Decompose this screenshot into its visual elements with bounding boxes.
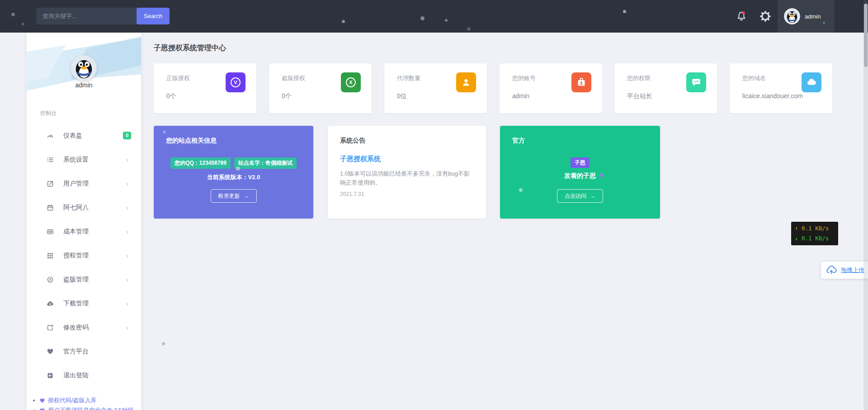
grid-icon [47, 252, 54, 259]
visit-button[interactable]: 点击访问 → [557, 189, 603, 203]
count-badge: 0 [123, 132, 131, 139]
particle-dot [163, 130, 166, 133]
username-label: admin [805, 13, 821, 20]
drag-upload-widget[interactable]: 拖拽上传 [821, 262, 868, 279]
list-icon [47, 156, 54, 163]
particle-dot [420, 16, 425, 20]
chevron-right-icon [126, 156, 128, 163]
stat-label: 您的账号 [512, 74, 536, 82]
card-title: 系统公告 [340, 137, 365, 145]
zien-badge: 子恩 [571, 157, 590, 168]
network-speed-overlay: ↑ 0.1 KB/s ↓ 0.1 KB/s [791, 222, 838, 245]
footer-link-label: 授权代码/盗版入库 [48, 396, 97, 405]
sidebar-item-cost-management[interactable]: 成本管理 [27, 219, 141, 243]
sidebar-item-license-management[interactable]: 授权管理 [27, 243, 141, 267]
scrollbar-thumb[interactable] [864, 4, 868, 67]
sidebar-item-change-password[interactable]: 修改密码 [27, 315, 141, 339]
search-input[interactable] [36, 8, 137, 24]
sidebar-item-user-management[interactable]: 用户管理 [27, 172, 141, 195]
button-label: 检查更新 [218, 192, 240, 200]
announcement-date: 2021.7.31 [340, 191, 364, 197]
stat-label: 代理数量 [397, 74, 420, 82]
person-icon [456, 72, 476, 92]
chat-bubble-icon [686, 72, 706, 92]
gauge-icon [47, 132, 54, 139]
stat-label: 盗版授权 [282, 74, 305, 82]
stat-value: 0个 [166, 92, 176, 100]
sidebar: admin 控制台 仪表盘 0 系统设置 用户管理 阿七阿八 成本管理 [27, 33, 141, 410]
qq-badge: 您的QQ：123456789 [170, 157, 231, 169]
chevron-right-icon [126, 228, 128, 235]
stat-value: licaice.xiandouer.com [742, 92, 803, 100]
bell-icon[interactable] [736, 10, 747, 22]
stat-value: 0位 [397, 92, 407, 100]
sidebar-item-dashboard[interactable]: 仪表盘 0 [27, 124, 141, 148]
stat-value: 平台站长 [627, 92, 652, 100]
cloud-download-icon [47, 300, 54, 307]
sidebar-item-label: 仪表盘 [63, 132, 82, 140]
official-subtitle: 发着的子思 [500, 172, 660, 180]
cloud-icon [802, 72, 821, 92]
particle-dot [519, 188, 523, 192]
purple-heart-icon [39, 398, 45, 404]
site-info-card: 您的站点相关信息 您的QQ：123456789 站点名字：奇偶猫测试 当前系统版… [154, 126, 313, 219]
banknote-icon [47, 228, 54, 235]
sidebar-item-label: 盗版管理 [63, 276, 89, 284]
scrollbar-track[interactable] [863, 0, 868, 410]
sidebar-item-label: 系统设置 [63, 156, 89, 164]
search-button[interactable]: Search [137, 8, 170, 24]
chevron-right-icon [126, 252, 128, 259]
page-title: 子恩授权系统管理中心 [154, 43, 226, 53]
sidebar-item-label: 用户管理 [63, 180, 89, 188]
chevron-right-icon [126, 204, 128, 211]
footer-link-label: 用户下载源码是安全文件？5种级 [48, 406, 133, 410]
sidebar-item-logout[interactable]: 退出登陆 [27, 363, 141, 387]
upload-speed: ↑ 0.1 KB/s [795, 224, 838, 234]
v-circle-icon: V [226, 72, 245, 92]
sidebar-item-aqi-aba[interactable]: 阿七阿八 [27, 195, 141, 219]
particle-dot [467, 27, 471, 31]
stat-card-genuine-license: 正版授权 0个 V [154, 63, 256, 113]
chevron-right-icon [126, 276, 128, 283]
sidebar-item-piracy-management[interactable]: 盗版管理 [27, 267, 141, 291]
sidebar-item-system-settings[interactable]: 系统设置 [27, 148, 141, 172]
announcement-link[interactable]: 子恩授权系统 [340, 155, 381, 163]
gear-icon[interactable] [760, 10, 771, 22]
stat-card-agent-count: 代理数量 0位 [384, 63, 487, 113]
card-title: 您的站点相关信息 [166, 137, 217, 145]
stat-card-account: 您的账号 admin [500, 63, 602, 113]
stat-label: 正版授权 [166, 74, 190, 82]
chevron-right-icon [126, 300, 128, 307]
footer-link-download-safety[interactable]: 用户下载源码是安全文件？5种级 [33, 405, 141, 410]
card-title: 官方 [512, 137, 525, 145]
stat-value: admin [512, 92, 529, 100]
drag-upload-label: 拖拽上传 [841, 266, 864, 274]
stat-value: 0个 [282, 92, 292, 100]
chevron-right-icon [126, 324, 128, 331]
arrow-right-icon: → [590, 193, 595, 199]
particle-dot [623, 10, 626, 13]
particle-dot [162, 342, 165, 345]
sidebar-item-label: 阿七阿八 [63, 204, 89, 212]
sidebar-item-label: 成本管理 [63, 228, 89, 236]
logout-icon [47, 372, 54, 379]
sidebar-item-official-platform[interactable]: 官方平台 [27, 339, 141, 363]
sidebar-item-label: 官方平台 [63, 348, 89, 356]
particle-dot [823, 22, 825, 24]
navbar-search: Search [36, 8, 170, 24]
user-menu[interactable]: admin [778, 0, 835, 33]
system-version: 当前系统版本：V2.0 [154, 173, 313, 181]
sidebar-item-label: 修改密码 [63, 324, 89, 332]
sidebar-item-download-management[interactable]: 下载管理 [27, 291, 141, 315]
arrow-right-icon: → [244, 193, 249, 199]
qq-penguin-avatar-large[interactable] [71, 55, 97, 81]
check-update-button[interactable]: 检查更新 → [211, 189, 257, 203]
circle-x-icon [47, 276, 54, 283]
button-label: 点击访问 [565, 192, 586, 200]
footer-link-license-code[interactable]: 授权代码/盗版入库 [33, 396, 141, 405]
sidebar-username: admin [27, 81, 141, 89]
bullet-dot [33, 400, 35, 401]
sidebar-item-label: 下载管理 [63, 300, 89, 308]
particle-dot [236, 167, 240, 171]
purple-heart-icon [39, 408, 45, 410]
